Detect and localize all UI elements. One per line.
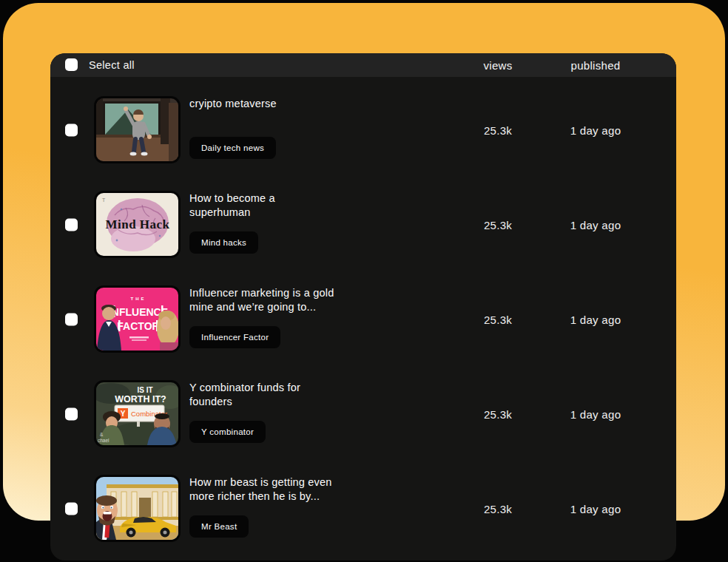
mind-hack-brain-illustration: T Mind Hack <box>96 193 178 256</box>
video-thumbnail-metaverse[interactable] <box>96 98 178 161</box>
video-thumbnail-y-combinator[interactable]: IS IT WORTH IT? Y Combinator <box>96 382 178 445</box>
thumbnail-corner-mark: T <box>102 197 106 203</box>
table-header: Select all views published <box>50 53 676 77</box>
page: { "page": { "background_color": "#050505… <box>0 0 728 562</box>
table-row: IS IT WORTH IT? Y Combinator <box>50 367 676 461</box>
video-meta: Influencer marketing is a gold mine and … <box>189 286 383 348</box>
row-checkbox[interactable] <box>65 314 78 326</box>
video-thumbnail-mind-hack[interactable]: T Mind Hack <box>96 193 178 256</box>
row-checkbox[interactable] <box>65 124 78 137</box>
views-value: 25.3k <box>450 219 546 231</box>
published-value: 1 day ago <box>547 408 644 421</box>
video-meta: Y combinator funds for founders Y combin… <box>189 381 383 443</box>
video-title-line: more richer then he is by... <box>189 490 383 504</box>
published-value: 1 day ago <box>547 219 644 231</box>
metaverse-avatar-illustration <box>96 98 178 161</box>
guest-silhouette <box>157 311 178 351</box>
svg-text:&: & <box>100 432 104 437</box>
table-row: T Mind Hack How to become a superhuman M… <box>50 177 676 272</box>
video-meta: How mr beast is getting even more richer… <box>189 475 383 538</box>
table-row: cryipto metaverse Daily tech news 25.3k … <box>50 83 676 177</box>
mr-beast-face <box>96 495 118 540</box>
published-value: 1 day ago <box>547 314 644 326</box>
video-title: Y combinator funds for founders <box>189 381 383 421</box>
video-title: How mr beast is getting even more richer… <box>189 475 383 515</box>
video-title-line: Y combinator funds for <box>189 381 383 395</box>
video-title-line: Influencer marketing is a gold <box>189 286 383 300</box>
select-all-checkbox[interactable] <box>65 58 78 71</box>
video-title-line: How to become a <box>189 192 383 206</box>
video-title: Influencer marketing is a gold mine and … <box>189 286 383 326</box>
mr-beast-palace-illustration <box>96 477 178 540</box>
video-title: How to become a superhuman <box>189 192 383 231</box>
svg-text:chael: chael <box>98 438 109 443</box>
views-value: 25.3k <box>450 314 546 326</box>
channel-tag-button[interactable]: Mind hacks <box>189 231 258 254</box>
video-title-line: mine and we’re going to... <box>189 300 383 314</box>
channel-tag-button[interactable]: Daily tech news <box>189 137 276 159</box>
select-all-label: Select all <box>89 59 135 71</box>
svg-text:Y: Y <box>121 410 126 418</box>
svg-text:IS IT: IS IT <box>137 386 152 394</box>
channel-tag-button[interactable]: Influencer Factor <box>189 326 280 348</box>
published-value: 1 day ago <box>547 503 644 515</box>
published-column-header: published <box>547 59 644 72</box>
channel-tag-button[interactable]: Mr Beast <box>189 515 249 538</box>
video-title: cryipto metaverse <box>189 97 383 137</box>
svg-text:FACTOR: FACTOR <box>117 320 159 332</box>
table-row: How mr beast is getting even more richer… <box>50 461 676 556</box>
svg-text:THE: THE <box>131 297 146 301</box>
svg-text:WORTH IT?: WORTH IT? <box>115 394 166 404</box>
video-title-line: founders <box>189 395 383 409</box>
row-checkbox[interactable] <box>65 503 78 515</box>
influence-factor-cover-illustration: THE INFLUENCE FACTOR <box>96 288 178 351</box>
video-meta: How to become a superhuman Mind hacks <box>189 192 383 254</box>
video-meta: cryipto metaverse Daily tech news <box>189 97 383 159</box>
table-body: cryipto metaverse Daily tech news 25.3k … <box>50 77 676 556</box>
video-thumbnail-mr-beast[interactable] <box>96 477 178 540</box>
video-thumbnail-influence-factor[interactable]: THE INFLUENCE FACTOR <box>96 288 178 351</box>
video-title-line: cryipto metaverse <box>189 97 383 111</box>
table-row: THE INFLUENCE FACTOR <box>50 272 676 367</box>
views-value: 25.3k <box>450 124 546 137</box>
published-value: 1 day ago <box>547 124 644 137</box>
y-combinator-sign-illustration: IS IT WORTH IT? Y Combinator <box>96 382 178 445</box>
video-title-line: superhuman <box>189 206 383 220</box>
row-checkbox[interactable] <box>65 408 78 421</box>
video-table-panel: Select all views published <box>50 53 676 561</box>
video-title-line: How mr beast is getting even <box>189 475 383 490</box>
thumbnail-text: Mind Hack <box>105 217 169 231</box>
row-checkbox[interactable] <box>65 219 78 231</box>
views-value: 25.3k <box>450 503 546 515</box>
channel-tag-button[interactable]: Y combinator <box>189 421 266 443</box>
views-column-header: views <box>450 59 546 72</box>
views-value: 25.3k <box>450 408 546 421</box>
